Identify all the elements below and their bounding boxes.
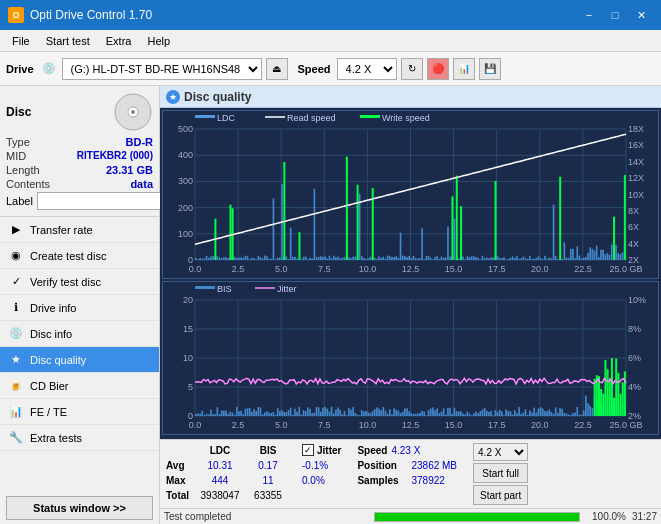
menu-help[interactable]: Help: [139, 33, 178, 49]
progress-status: Test completed: [164, 511, 368, 522]
speed-label: Speed: [298, 63, 331, 75]
maximize-button[interactable]: □: [603, 6, 627, 24]
analyze-button[interactable]: 📊: [453, 58, 475, 80]
speed-info-section: Speed 4.23 X Position 23862 MB Samples 3…: [357, 443, 457, 487]
minimize-button[interactable]: −: [577, 6, 601, 24]
chart2-canvas: [163, 282, 658, 434]
panel-header-icon: ★: [166, 90, 180, 104]
stats-total-ldc: 3938047: [194, 490, 246, 501]
menu-file[interactable]: File: [4, 33, 38, 49]
disc-label-key: Label: [6, 195, 33, 207]
stats-max-label: Max: [166, 475, 194, 486]
save-button[interactable]: 💾: [479, 58, 501, 80]
start-part-button[interactable]: Start part: [473, 485, 528, 505]
disc-type-row: Type BD-R: [6, 136, 153, 148]
nav-disc-quality-label: Disc quality: [30, 354, 86, 366]
menu-start-test[interactable]: Start test: [38, 33, 98, 49]
disc-type-label: Type: [6, 136, 30, 148]
nav-cd-bier-label: CD Bier: [30, 380, 69, 392]
disc-type-value: BD-R: [126, 136, 154, 148]
nav-cd-bier[interactable]: 🍺 CD Bier: [0, 373, 159, 399]
stats-avg-label: Avg: [166, 460, 194, 471]
menu-extra[interactable]: Extra: [98, 33, 140, 49]
jitter-checkbox[interactable]: ✓: [302, 444, 314, 456]
close-button[interactable]: ✕: [629, 6, 653, 24]
speed-select[interactable]: 4.2 X: [337, 58, 397, 80]
title-bar-controls: − □ ✕: [577, 6, 653, 24]
nav-transfer-rate-icon: ▶: [8, 222, 24, 238]
title-bar: O Opti Drive Control 1.70 − □ ✕: [0, 0, 661, 30]
nav-disc-quality[interactable]: ★ Disc quality: [0, 347, 159, 373]
stats-total-label: Total: [166, 490, 194, 501]
nav-verify-test-disc[interactable]: ✓ Verify test disc: [0, 269, 159, 295]
nav-verify-icon: ✓: [8, 274, 24, 290]
jitter-header: ✓ Jitter: [302, 443, 341, 457]
stats-header: LDC BIS: [166, 443, 290, 457]
menu-bar: File Start test Extra Help: [0, 30, 661, 52]
jitter-max-val: 0.0%: [302, 475, 325, 486]
nav-cd-bier-icon: 🍺: [8, 378, 24, 394]
refresh-button[interactable]: ↻: [401, 58, 423, 80]
stats-main: LDC BIS Avg 10.31 0.17 Max 444 11 Total …: [166, 443, 290, 502]
chart1-canvas: [163, 111, 658, 278]
disc-svg-icon: [113, 92, 153, 132]
title-bar-left: O Opti Drive Control 1.70: [8, 7, 152, 23]
jitter-section: ✓ Jitter -0.1% 0.0%: [302, 443, 341, 487]
nav-verify-label: Verify test disc: [30, 276, 101, 288]
nav-fe-te-icon: 📊: [8, 404, 24, 420]
status-window-button[interactable]: Status window >>: [6, 496, 153, 520]
stats-bis-header: BIS: [246, 445, 290, 456]
nav-create-icon: ◉: [8, 248, 24, 264]
speed-header: Speed 4.23 X: [357, 443, 457, 457]
disc-label-row: Label ✎: [6, 192, 153, 210]
nav-disc-info-icon: 💿: [8, 326, 24, 342]
disc-length-label: Length: [6, 164, 40, 176]
stats-avg-bis: 0.17: [246, 460, 290, 471]
progress-bar-outer: [374, 512, 580, 522]
nav-transfer-rate[interactable]: ▶ Transfer rate: [0, 217, 159, 243]
app-icon: O: [8, 7, 24, 23]
nav-extra-tests-label: Extra tests: [30, 432, 82, 444]
jitter-avg: -0.1%: [302, 458, 341, 472]
eject-button[interactable]: ⏏: [266, 58, 288, 80]
disc-info-header: Disc: [6, 92, 153, 132]
start-full-button[interactable]: Start full: [473, 463, 528, 483]
main-content: Disc Type BD-R MID RITEKBR2 (000) Length…: [0, 86, 661, 524]
chart1-wrapper: [162, 110, 659, 279]
action-section: 4.2 X Start full Start part: [473, 443, 528, 505]
nav-drive-info[interactable]: ℹ Drive info: [0, 295, 159, 321]
nav-disc-info[interactable]: 💿 Disc info: [0, 321, 159, 347]
nav-create-test-disc[interactable]: ◉ Create test disc: [0, 243, 159, 269]
progress-bar-inner: [375, 513, 579, 521]
chart2-wrapper: [162, 281, 659, 435]
progress-bar-container: Test completed 100.0% 31:27: [160, 508, 661, 524]
position-val: 23862 MB: [411, 460, 457, 471]
nav-drive-info-icon: ℹ: [8, 300, 24, 316]
disc-contents-label: Contents: [6, 178, 50, 190]
nav-fe-te[interactable]: 📊 FE / TE: [0, 399, 159, 425]
charts-container: [160, 108, 661, 439]
nav-create-label: Create test disc: [30, 250, 106, 262]
stats-ldc-header: LDC: [194, 445, 246, 456]
disc-mid-label: MID: [6, 150, 26, 162]
burn-button[interactable]: 🔴: [427, 58, 449, 80]
drive-icon: 💿: [42, 62, 56, 75]
nav-drive-info-label: Drive info: [30, 302, 76, 314]
panel-header: ★ Disc quality: [160, 86, 661, 108]
position-row: Position 23862 MB: [357, 458, 457, 472]
panel-title: Disc quality: [184, 90, 251, 104]
progress-percent: 100.0%: [586, 511, 626, 522]
content-area: ★ Disc quality LDC BIS Avg: [160, 86, 661, 524]
stats-max-ldc: 444: [194, 475, 246, 486]
speed-action-select[interactable]: 4.2 X: [473, 443, 528, 461]
drive-select[interactable]: (G:) HL-DT-ST BD-RE WH16NS48 1.D3: [62, 58, 262, 80]
nav-extra-tests[interactable]: 🔧 Extra tests: [0, 425, 159, 451]
disc-info-panel: Disc Type BD-R MID RITEKBR2 (000) Length…: [0, 86, 159, 217]
disc-length-row: Length 23.31 GB: [6, 164, 153, 176]
speed-avg-val: 4.23 X: [391, 445, 420, 456]
stats-footer: LDC BIS Avg 10.31 0.17 Max 444 11 Total …: [160, 439, 661, 508]
disc-label-input[interactable]: [37, 192, 170, 210]
nav-disc-quality-icon: ★: [8, 352, 24, 368]
disc-contents-value: data: [130, 178, 153, 190]
samples-row: Samples 378922: [357, 473, 457, 487]
